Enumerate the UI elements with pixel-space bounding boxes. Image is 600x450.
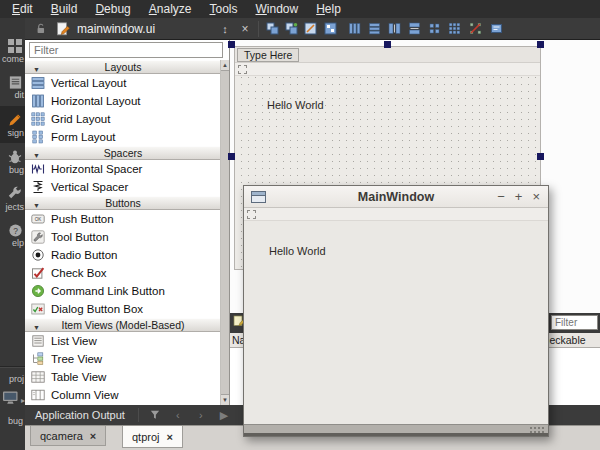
widget-item-vertical-layout[interactable]: Vertical Layout <box>25 74 221 92</box>
widget-item-dialog-button-box[interactable]: Dialog Button Box <box>25 300 221 318</box>
selection-handle-top-mid[interactable] <box>384 41 391 48</box>
adjust-size-icon[interactable] <box>488 21 504 37</box>
close-document-icon[interactable]: × <box>237 21 253 37</box>
tab-qtproj[interactable]: qtproj × <box>122 426 183 448</box>
chevron-down-icon <box>33 319 40 333</box>
menu-debug[interactable]: Debug <box>95 2 130 16</box>
sidebar-item-edit[interactable]: dit <box>0 69 25 106</box>
sidebar-item-debug[interactable]: bug <box>0 143 25 180</box>
menu-placeholder-box[interactable] <box>238 65 247 74</box>
sidebar-item-help[interactable]: ? elp <box>0 217 25 254</box>
help-icon: ? <box>8 223 23 238</box>
menu-window[interactable]: Window <box>256 2 299 16</box>
scroll-up-icon[interactable]: ▲ <box>221 60 229 70</box>
action-editor-filter-input[interactable] <box>551 315 598 330</box>
unlock-icon[interactable] <box>33 21 49 37</box>
menu-type-here[interactable]: Type Here <box>237 48 299 62</box>
preview-body: Hello World <box>244 221 548 424</box>
chevron-down-icon <box>33 61 40 75</box>
widget-item-vertical-spacer[interactable]: Vertical Spacer <box>25 178 221 196</box>
minimize-icon[interactable]: − <box>497 186 505 208</box>
section-header-item-views[interactable]: Item Views (Model-Based) <box>25 318 221 332</box>
run-output-icon[interactable]: ▶ <box>217 408 231 422</box>
widget-item-tree-view[interactable]: Tree View <box>25 350 221 368</box>
next-item-icon[interactable]: › <box>194 408 208 422</box>
splitter-vertical-icon[interactable] <box>406 21 422 37</box>
tree-view-icon <box>30 352 45 367</box>
close-icon[interactable]: × <box>532 186 540 208</box>
widget-item-label: Tree View <box>51 353 102 365</box>
scroll-down-icon[interactable]: ▼ <box>221 395 229 405</box>
maximize-icon[interactable]: + <box>515 186 523 208</box>
horizontal-layout-icon <box>30 94 45 109</box>
sidebar-item-welcome[interactable]: come <box>0 32 25 69</box>
selection-handle-top-right[interactable] <box>537 41 544 48</box>
close-tab-icon[interactable]: × <box>167 431 173 443</box>
section-header-spacers[interactable]: Spacers <box>25 146 221 160</box>
splitter-horizontal-icon[interactable] <box>386 21 402 37</box>
menu-analyze[interactable]: Analyze <box>149 2 192 16</box>
edit-widgets-icon[interactable] <box>264 21 280 37</box>
selection-handle-mid-left[interactable] <box>228 153 235 160</box>
output-pane-title[interactable]: Application Output <box>35 409 125 421</box>
selection-handle-top-left[interactable] <box>228 41 235 48</box>
section-header-layouts[interactable]: Layouts <box>25 60 221 74</box>
menu-tools[interactable]: Tools <box>209 2 237 16</box>
clean-output-icon[interactable] <box>148 408 162 422</box>
widgetbox-list: Layouts Vertical Layout Horizontal Layou… <box>25 60 221 405</box>
open-document-title[interactable]: mainwindow.ui <box>77 22 155 36</box>
form-hello-world-label[interactable]: Hello World <box>267 99 324 111</box>
resize-grip[interactable] <box>529 426 545 434</box>
preview-titlebar[interactable]: MainWindow − + × <box>244 186 548 208</box>
widget-item-label: Grid Layout <box>51 113 110 125</box>
tab-qcamera[interactable]: qcamera × <box>30 426 106 446</box>
edit-buddies-icon[interactable] <box>302 21 318 37</box>
edit-tab-order-icon[interactable] <box>322 21 338 37</box>
kit-selector-button[interactable] <box>2 390 19 409</box>
projects-wrench-icon <box>7 186 23 202</box>
widgetbox-scrollbar[interactable]: ▲ ▼ <box>220 60 229 405</box>
close-tab-icon[interactable]: × <box>90 430 96 442</box>
kit-selector-target-label: bug <box>8 416 23 426</box>
section-header-buttons[interactable]: Buttons <box>25 196 221 210</box>
kit-flyout-arrow-icon[interactable]: ▸ <box>21 396 25 405</box>
sidebar-label-edit: dit <box>14 90 25 100</box>
sidebar-item-design[interactable]: sign <box>0 106 25 143</box>
widget-box-panel: Layouts Vertical Layout Horizontal Layou… <box>25 40 230 405</box>
break-layout-icon[interactable] <box>467 21 483 37</box>
preview-hello-world-label: Hello World <box>269 245 326 257</box>
widget-item-push-button[interactable]: OK Push Button <box>25 210 221 228</box>
table-view-icon <box>30 370 45 385</box>
selection-handle-mid-right[interactable] <box>537 153 544 160</box>
menu-build[interactable]: Build <box>51 2 78 16</box>
widget-item-column-view[interactable]: Column View <box>25 386 221 404</box>
sidebar-item-projects[interactable]: jects <box>0 180 25 217</box>
widget-item-check-box[interactable]: Check Box <box>25 264 221 282</box>
widget-item-table-view[interactable]: Table View <box>25 368 221 386</box>
layout-vertical-icon[interactable] <box>366 21 382 37</box>
widget-item-horizontal-spacer[interactable]: Horizontal Spacer <box>25 160 221 178</box>
sidebar-divider <box>0 366 25 368</box>
widget-item-radio-button[interactable]: Radio Button <box>25 246 221 264</box>
menu-help[interactable]: Help <box>316 2 341 16</box>
preview-window[interactable]: MainWindow − + × Hello World <box>243 185 549 437</box>
widget-item-list-view[interactable]: List View <box>25 332 221 350</box>
widget-item-tool-button[interactable]: Tool Button <box>25 228 221 246</box>
widget-item-command-link-button[interactable]: Command Link Button <box>25 282 221 300</box>
layout-form-icon[interactable] <box>426 21 442 37</box>
widgetbox-filter-input[interactable] <box>29 42 223 58</box>
prev-item-icon[interactable]: ‹ <box>171 408 185 422</box>
widget-item-horizontal-layout[interactable]: Horizontal Layout <box>25 92 221 110</box>
scrollbar-thumb[interactable] <box>221 70 229 395</box>
split-icon[interactable]: ↕ <box>217 21 233 37</box>
welcome-grid-icon <box>7 38 23 54</box>
layout-horizontal-icon[interactable] <box>346 21 362 37</box>
edit-signals-slots-icon[interactable] <box>283 21 299 37</box>
kit-selector-project-label: proj <box>9 374 24 384</box>
widget-item-label: Horizontal Layout <box>51 95 141 107</box>
layout-grid-icon[interactable] <box>446 21 462 37</box>
column-view-icon <box>30 388 45 403</box>
widget-item-grid-layout[interactable]: Grid Layout <box>25 110 221 128</box>
menu-edit[interactable]: Edit <box>12 2 33 16</box>
widget-item-form-layout[interactable]: Form Layout <box>25 128 221 146</box>
